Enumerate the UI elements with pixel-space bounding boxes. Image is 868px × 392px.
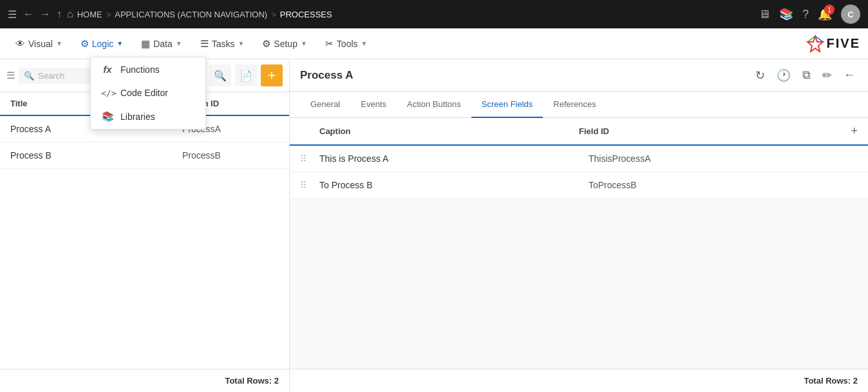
right-table-rows: ⠿ This is Process A ThisisProcessA ⠿ To … [290, 146, 868, 199]
right-panel: Process A ↻ 🕐 ⧉ ✏ ← General Events Actio… [290, 59, 868, 392]
drag-handle-2[interactable]: ⠿ [300, 180, 319, 190]
menu-visual[interactable]: 👁 Visual ▼ [8, 33, 70, 54]
search-button[interactable]: 🔍 [209, 64, 231, 86]
refresh-icon[interactable]: ↻ [753, 66, 768, 85]
upload-icon[interactable]: ↑ [57, 8, 62, 20]
tasks-dropdown-arrow: ▼ [238, 40, 244, 47]
left-table-footer: Total Rows: 2 [0, 369, 289, 392]
right-table-header: Caption Field ID + [290, 118, 868, 146]
caption-val-1: This is Process A [319, 153, 589, 164]
logic-dropdown-arrow: ▼ [117, 40, 123, 47]
search-placeholder: Search [38, 71, 64, 81]
tab-references[interactable]: References [543, 92, 606, 118]
menu-visual-label: Visual [28, 39, 53, 49]
document-button[interactable]: 📄 [235, 64, 257, 86]
logic-icon: ⚙ [80, 38, 89, 50]
breadcrumb-processes[interactable]: PROCESSES [280, 10, 332, 19]
five-logo-icon [806, 35, 824, 53]
table-row[interactable]: Process B ProcessB [0, 142, 289, 169]
menu-setup-label: Setup [274, 39, 297, 49]
breadcrumb-sep-1: > [106, 10, 111, 19]
tab-action-buttons[interactable]: Action Buttons [397, 92, 471, 118]
five-logo: FIVE [806, 35, 860, 53]
setup-icon: ⚙ [262, 38, 270, 50]
breadcrumb-apps[interactable]: APPLICATIONS (ACTION NAVIGATION) [115, 10, 267, 19]
tab-general[interactable]: General [300, 92, 350, 118]
nav-icons: ☰ ← → ↑ [8, 8, 62, 21]
menu-logic-label: Logic [92, 39, 113, 49]
caption-header: Caption [319, 126, 579, 136]
notification-icon[interactable]: 🔔 1 [818, 7, 832, 21]
tools-icon: ✂ [325, 38, 334, 50]
field-id-val-2: ToProcessB [589, 180, 858, 190]
right-panel-header: Process A ↻ 🕐 ⧉ ✏ ← [290, 59, 868, 92]
add-row-button[interactable]: + [838, 124, 858, 138]
back-icon[interactable]: ← [23, 8, 33, 20]
menu-tasks-label: Tasks [212, 39, 235, 49]
setup-dropdown-arrow: ▼ [301, 40, 307, 47]
breadcrumb-home[interactable]: HOME [77, 10, 102, 19]
tools-dropdown-arrow: ▼ [361, 40, 368, 47]
filter-icon[interactable]: ☰ [6, 70, 15, 81]
tabs-bar: General Events Action Buttons Screen Fie… [290, 92, 868, 118]
copy-icon[interactable]: ⧉ [800, 66, 813, 84]
avatar[interactable]: C [841, 5, 860, 24]
breadcrumb-sep-2: > [271, 10, 276, 19]
functions-icon: fx [101, 64, 114, 75]
svg-marker-0 [807, 36, 823, 52]
drag-handle-1[interactable]: ⠿ [300, 153, 319, 164]
row-title-2: Process B [10, 150, 182, 161]
dropdown-code-editor-label: Code Editor [120, 88, 168, 98]
right-table-row[interactable]: ⠿ To Process B ToProcessB [290, 172, 868, 199]
tab-events[interactable]: Events [350, 92, 397, 118]
data-icon: ▦ [141, 38, 150, 50]
search-icon: 🔍 [24, 71, 34, 81]
topnav-right-icons: 🖥 📚 ? 🔔 1 C [759, 5, 860, 24]
field-id-val-1: ThisisProcessA [589, 153, 858, 164]
right-header-actions: ↻ 🕐 ⧉ ✏ ← [753, 66, 858, 85]
menu-logic[interactable]: ⚙ Logic ▼ [73, 33, 131, 55]
edit-icon[interactable]: ✏ [820, 66, 835, 85]
home-icon[interactable]: ⌂ [67, 8, 73, 20]
book-icon[interactable]: 📚 [779, 7, 793, 21]
right-table-footer: Total Rows: 2 [290, 369, 868, 392]
five-logo-text: FIVE [827, 36, 860, 51]
menu-tasks[interactable]: ☰ Tasks ▼ [193, 33, 252, 55]
field-id-header: Field ID [579, 126, 838, 136]
visual-icon: 👁 [15, 38, 25, 49]
forward-icon[interactable]: → [40, 8, 50, 20]
row-action-2: ProcessB [182, 150, 279, 161]
menu-items: 👁 Visual ▼ ⚙ Logic ▼ ▦ Data ▼ ☰ Tasks ▼ … [8, 33, 806, 55]
menu-data-label: Data [153, 39, 173, 49]
breadcrumb: ⌂ HOME > APPLICATIONS (ACTION NAVIGATION… [67, 8, 753, 20]
dropdown-libraries[interactable]: 📚 Libraries [91, 104, 205, 129]
menu-tools-label: Tools [337, 39, 358, 49]
libraries-icon: 📚 [101, 111, 114, 122]
help-icon[interactable]: ? [802, 8, 809, 21]
logic-dropdown-menu: fx Functions </> Code Editor 📚 Libraries [90, 57, 206, 130]
back-panel-icon[interactable]: ← [841, 66, 858, 84]
history-icon[interactable]: 🕐 [774, 66, 793, 85]
notification-badge: 1 [824, 5, 835, 15]
top-navigation: ☰ ← → ↑ ⌂ HOME > APPLICATIONS (ACTION NA… [0, 0, 868, 28]
menu-bar: 👁 Visual ▼ ⚙ Logic ▼ ▦ Data ▼ ☰ Tasks ▼ … [0, 28, 868, 59]
dropdown-libraries-label: Libraries [120, 112, 155, 122]
panel-title: Process A [300, 69, 753, 82]
menu-setup[interactable]: ⚙ Setup ▼ [254, 33, 315, 55]
menu-data[interactable]: ▦ Data ▼ [133, 33, 189, 55]
hamburger-icon[interactable]: ☰ [8, 8, 17, 21]
dropdown-functions-label: Functions [120, 64, 160, 75]
tab-screen-fields[interactable]: Screen Fields [471, 92, 543, 118]
caption-val-2: To Process B [319, 180, 589, 190]
add-button[interactable]: + [261, 64, 283, 86]
dropdown-functions[interactable]: fx Functions [91, 57, 205, 81]
visual-dropdown-arrow: ▼ [56, 40, 62, 47]
code-editor-icon: </> [101, 88, 114, 98]
tasks-icon: ☰ [200, 38, 209, 50]
monitor-icon[interactable]: 🖥 [759, 8, 770, 21]
menu-tools[interactable]: ✂ Tools ▼ [317, 33, 375, 55]
data-dropdown-arrow: ▼ [176, 40, 182, 47]
dropdown-code-editor[interactable]: </> Code Editor [91, 81, 205, 104]
right-table-row[interactable]: ⠿ This is Process A ThisisProcessA [290, 146, 868, 172]
